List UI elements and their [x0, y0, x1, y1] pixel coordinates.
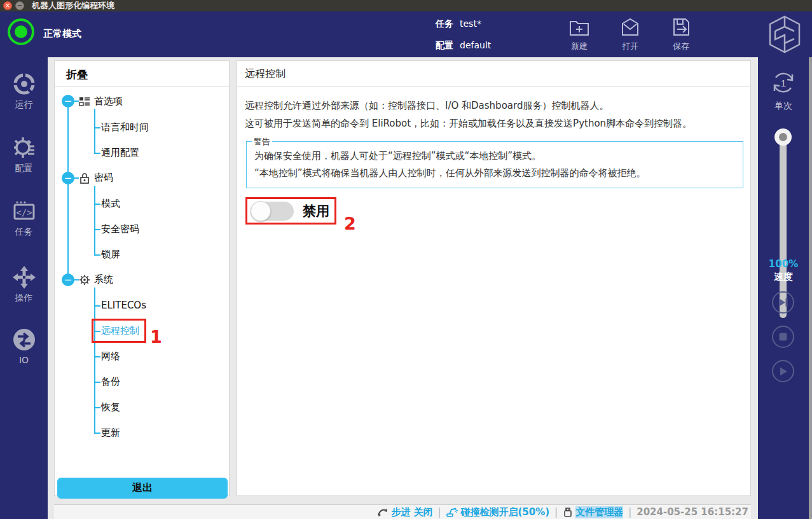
right-control-bar: 1 单次 100% 速度: [758, 57, 809, 519]
task-label: 任务: [436, 18, 453, 30]
jog-arrows-icon: [11, 265, 37, 290]
window-close-icon[interactable]: ×: [3, 1, 12, 10]
nav-item-task-label: 任务: [0, 226, 48, 238]
title-divider: [237, 86, 750, 87]
tree-node-system[interactable]: 系统: [79, 273, 113, 286]
new-file-icon: [567, 15, 591, 39]
annotation-number-1: 1: [150, 327, 162, 347]
app-header: 正常模式 任务 test* 配置 default 新建 打开 保存: [0, 11, 812, 57]
tree-node-password-label: 密码: [94, 172, 113, 184]
nav-item-io[interactable]: IO: [0, 327, 48, 365]
usb-drive-icon: [563, 507, 573, 518]
nav-item-run-label: 运行: [0, 99, 48, 111]
run-once-button[interactable]: 1 单次: [758, 69, 809, 112]
task-code-icon: </>: [11, 198, 37, 224]
config-value: default: [460, 40, 491, 52]
tree-node-preferences[interactable]: 首选项: [79, 95, 123, 107]
tree-node-update[interactable]: 更新: [101, 427, 120, 439]
single-cycle-icon: 1: [769, 69, 797, 97]
collapse-toggle-preferences[interactable]: −: [62, 95, 74, 107]
file-manager-text: 文件管理器: [575, 506, 623, 518]
tree-node-password[interactable]: 密码: [79, 172, 113, 184]
tree-node-network[interactable]: 网络: [101, 350, 120, 363]
warning-line-2: “本地控制”模式将确保当机器人由人控制时，任何从外部来源发送到控制器的命令将被拒…: [247, 165, 743, 182]
tree-group2-line: [94, 186, 95, 256]
tree-node-language-time[interactable]: 语言和时间: [101, 121, 149, 134]
tree-node-general-config[interactable]: 通用配置: [101, 147, 139, 159]
nav-item-io-label: IO: [0, 355, 48, 365]
stop-button[interactable]: [772, 326, 794, 348]
open-file-icon: [618, 15, 642, 39]
elite-robot-logo-icon: [766, 14, 803, 55]
tree-node-elitecos[interactable]: ELITECOs: [101, 300, 146, 311]
open-task-button[interactable]: 打开: [608, 15, 652, 52]
tree-node-backup[interactable]: 备份: [101, 376, 120, 388]
status-bar: 步进 关闭 | 碰撞检测开启(50%) | 文件管理器 | 2024-05-25…: [54, 504, 751, 519]
tree-node-safety-password[interactable]: 安全密码: [101, 223, 139, 235]
run-icon: [11, 71, 37, 97]
tree-node-preferences-label: 首选项: [94, 95, 123, 107]
config-gear-icon: [11, 135, 37, 160]
nav-item-config-label: 配置: [0, 163, 48, 174]
step-forward-icon: [778, 297, 788, 308]
save-task-label: 保存: [659, 41, 703, 52]
speed-slider-knob[interactable]: [774, 128, 792, 146]
stop-icon: [778, 332, 788, 342]
tree-node-system-label: 系统: [94, 273, 113, 286]
lock-icon: [79, 172, 90, 184]
collision-detect-status[interactable]: 碰撞检测开启(50%): [446, 506, 549, 518]
play-button[interactable]: [772, 360, 794, 382]
play-icon: [778, 366, 788, 377]
speed-slider-track[interactable]: [780, 135, 787, 318]
warning-groupbox: 警告 为确保安全使用，机器人可处于“远程控制”模式或“本地控制”模式。 “本地控…: [246, 141, 743, 188]
remote-control-panel: 远程控制 远程控制允许通过外部来源（如：控制器接口、I/O 和Dashboard…: [237, 60, 751, 496]
page-title: 远程控制: [245, 67, 286, 81]
tree-divider: [55, 86, 229, 87]
system-gear-icon: [79, 274, 90, 286]
window-minimize-icon[interactable]: −: [15, 1, 24, 10]
io-swap-icon: [11, 327, 37, 352]
collapse-header[interactable]: 折叠: [66, 67, 88, 82]
collapse-toggle-password[interactable]: −: [62, 172, 74, 184]
file-manager-button[interactable]: 文件管理器: [563, 506, 623, 518]
status-datetime: 2024-05-25 16:15:27: [637, 506, 748, 518]
step-mode-status[interactable]: 步进 关闭: [377, 506, 432, 518]
config-row: 配置 default: [436, 40, 491, 52]
tree-group1-line: [94, 109, 95, 153]
collision-detect-icon: [446, 507, 458, 518]
remote-control-toggle[interactable]: [251, 202, 294, 221]
nav-item-operate-label: 操作: [0, 293, 48, 304]
svg-text:1: 1: [781, 78, 786, 88]
task-value: test*: [460, 18, 481, 30]
description-line-2: 这可被用于发送简单的命令到 EliRobot，比如：开始或加载任务以及直接发送P…: [245, 114, 692, 132]
tree-node-mode[interactable]: 模式: [101, 198, 120, 210]
tree-node-restore[interactable]: 恢复: [101, 401, 120, 413]
nav-item-config[interactable]: 配置: [0, 135, 48, 174]
exit-button[interactable]: 退出: [57, 478, 228, 499]
collapse-toggle-system[interactable]: −: [62, 273, 74, 286]
toggle-knob[interactable]: [251, 201, 271, 221]
preferences-icon: [79, 96, 90, 107]
mode-label: 正常模式: [43, 28, 81, 40]
speed-label: 速度: [758, 271, 809, 283]
new-task-button[interactable]: 新建: [557, 15, 602, 52]
right-scroll-strip[interactable]: [809, 57, 812, 519]
save-task-button[interactable]: 保存: [659, 15, 703, 52]
tree-node-lock-screen[interactable]: 锁屏: [101, 249, 120, 261]
tree-root-line: [67, 107, 69, 286]
collision-detect-text: 碰撞检测开启(50%): [460, 506, 549, 518]
open-task-label: 打开: [608, 41, 652, 52]
window-title: 机器人图形化编程环境: [32, 0, 114, 11]
nav-item-operate[interactable]: 操作: [0, 265, 48, 304]
run-once-label: 单次: [758, 100, 809, 112]
task-row: 任务 test*: [436, 18, 481, 30]
save-icon: [669, 15, 693, 39]
nav-item-task[interactable]: </> 任务: [0, 198, 48, 238]
annotation-number-2: 2: [344, 214, 356, 233]
nav-item-run[interactable]: 运行: [0, 71, 48, 111]
step-forward-button[interactable]: [772, 291, 794, 314]
annotation-box-1: [92, 319, 146, 343]
step-mode-icon: [377, 507, 389, 517]
new-task-label: 新建: [557, 41, 602, 52]
warning-legend: 警告: [252, 136, 272, 148]
